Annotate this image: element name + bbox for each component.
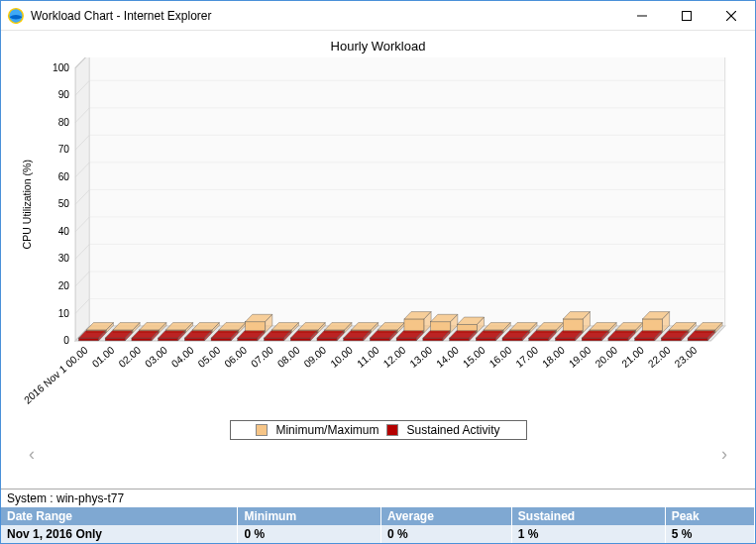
svg-text:12.00: 12.00 <box>381 344 408 370</box>
chart-title: Hourly Workload <box>15 39 741 54</box>
table-row: Nov 1, 2016 Only 0 % 0 % 1 % 5 % <box>1 525 755 543</box>
chart-legend: Minimum/Maximum Sustained Activity <box>230 420 527 440</box>
svg-text:01.00: 01.00 <box>90 344 117 370</box>
svg-text:40: 40 <box>58 226 70 237</box>
system-value: win-phys-t77 <box>56 491 124 505</box>
col-average: Average <box>380 507 511 525</box>
maximize-button[interactable] <box>664 2 708 30</box>
workload-chart: 0102030405060708090100CPU Utilization (%… <box>15 57 741 414</box>
svg-rect-136 <box>264 338 283 341</box>
legend-swatch-minmax <box>256 424 268 436</box>
legend-label-sustained: Sustained Activity <box>406 423 499 437</box>
svg-rect-163 <box>502 338 522 341</box>
svg-text:0: 0 <box>63 335 69 346</box>
svg-rect-142 <box>317 338 337 341</box>
svg-rect-148 <box>370 338 389 341</box>
svg-rect-160 <box>476 338 495 341</box>
svg-rect-121 <box>132 338 152 341</box>
svg-marker-7 <box>89 57 724 326</box>
svg-text:50: 50 <box>58 198 70 209</box>
window-title: Workload Chart - Internet Explorer <box>31 9 619 23</box>
svg-text:10: 10 <box>58 307 70 318</box>
svg-text:10.00: 10.00 <box>329 344 356 370</box>
svg-text:03.00: 03.00 <box>143 344 169 370</box>
svg-text:14.00: 14.00 <box>434 344 461 370</box>
svg-text:CPU Utilization (%): CPU Utilization (%) <box>22 160 33 250</box>
close-button[interactable] <box>708 2 753 30</box>
col-date-range: Date Range <box>1 507 238 525</box>
svg-rect-175 <box>608 338 628 341</box>
svg-rect-130 <box>211 338 231 341</box>
svg-rect-169 <box>555 338 575 341</box>
svg-text:05.00: 05.00 <box>196 344 223 370</box>
svg-rect-178 <box>635 338 655 341</box>
scroll-left-icon[interactable]: ‹ <box>29 444 35 465</box>
system-info: System : win-phys-t77 <box>1 489 755 507</box>
svg-text:20.00: 20.00 <box>594 344 620 370</box>
svg-rect-139 <box>290 338 310 341</box>
col-sustained: Sustained <box>511 507 665 525</box>
cell-date-range: Nov 1, 2016 Only <box>1 525 238 543</box>
svg-text:70: 70 <box>58 144 70 155</box>
cell-minimum: 0 % <box>238 525 381 543</box>
ie-icon <box>7 7 25 25</box>
cell-sustained: 1 % <box>511 525 665 543</box>
svg-text:21.00: 21.00 <box>619 344 646 370</box>
svg-rect-3 <box>682 11 691 20</box>
cell-average: 0 % <box>380 525 511 543</box>
svg-text:17.00: 17.00 <box>514 344 541 370</box>
table-header-row: Date Range Minimum Average Sustained Pea… <box>1 507 755 525</box>
system-label: System : <box>7 491 54 505</box>
svg-rect-154 <box>423 338 443 341</box>
svg-text:23.00: 23.00 <box>673 344 700 370</box>
cell-peak: 5 % <box>665 525 754 543</box>
svg-rect-124 <box>159 338 178 341</box>
svg-text:60: 60 <box>58 171 70 182</box>
svg-rect-172 <box>582 338 601 341</box>
svg-text:18.00: 18.00 <box>540 344 567 370</box>
svg-text:09.00: 09.00 <box>302 344 329 370</box>
col-peak: Peak <box>665 507 754 525</box>
svg-rect-145 <box>344 338 364 341</box>
svg-rect-127 <box>184 338 204 341</box>
svg-text:100: 100 <box>53 62 69 73</box>
svg-marker-6 <box>75 57 89 341</box>
svg-text:20: 20 <box>58 280 70 291</box>
svg-rect-184 <box>688 338 707 341</box>
svg-rect-133 <box>238 338 258 341</box>
svg-rect-166 <box>529 338 549 341</box>
svg-text:19.00: 19.00 <box>567 344 594 370</box>
svg-text:13.00: 13.00 <box>408 344 435 370</box>
svg-rect-157 <box>450 338 470 341</box>
svg-text:06.00: 06.00 <box>223 344 250 370</box>
legend-label-minmax: Minimum/Maximum <box>275 423 378 437</box>
svg-text:02.00: 02.00 <box>117 344 144 370</box>
svg-text:15.00: 15.00 <box>461 344 487 370</box>
svg-rect-118 <box>105 338 125 341</box>
svg-text:04.00: 04.00 <box>169 344 196 370</box>
svg-text:22.00: 22.00 <box>646 344 673 370</box>
svg-text:90: 90 <box>58 89 70 100</box>
svg-text:30: 30 <box>58 253 70 264</box>
summary-table: Date Range Minimum Average Sustained Pea… <box>1 507 755 543</box>
svg-text:08.00: 08.00 <box>275 344 302 370</box>
svg-rect-115 <box>78 338 98 341</box>
svg-text:2016 Nov 1 00.00: 2016 Nov 1 00.00 <box>22 344 90 405</box>
col-minimum: Minimum <box>238 507 381 525</box>
svg-text:07.00: 07.00 <box>249 344 275 370</box>
scroll-right-icon[interactable]: › <box>721 444 727 465</box>
svg-text:11.00: 11.00 <box>355 344 381 370</box>
minimize-button[interactable] <box>619 2 664 30</box>
legend-swatch-sustained <box>386 424 398 436</box>
svg-rect-181 <box>661 338 681 341</box>
svg-text:80: 80 <box>58 117 70 128</box>
svg-rect-151 <box>396 338 416 341</box>
svg-text:16.00: 16.00 <box>487 344 514 370</box>
window-titlebar: Workload Chart - Internet Explorer <box>1 1 755 31</box>
